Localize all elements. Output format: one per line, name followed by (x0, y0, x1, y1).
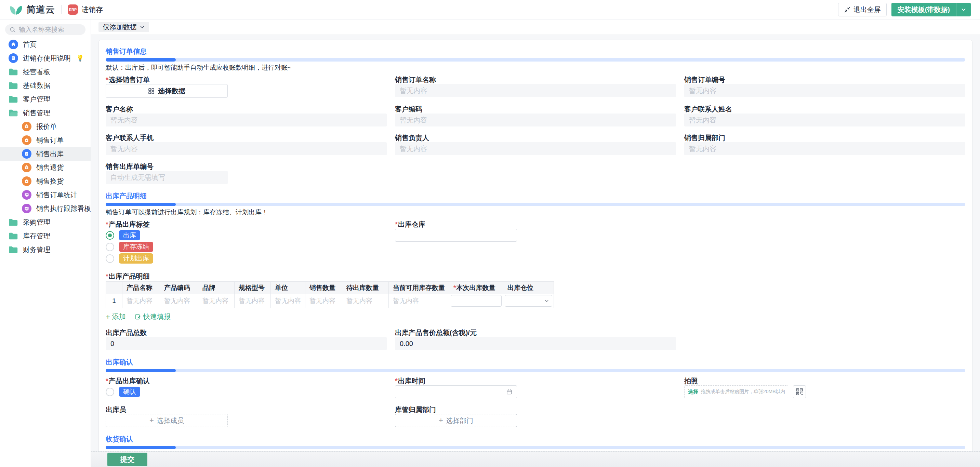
outbound-time-input[interactable] (395, 385, 517, 398)
cell-product-code: 暂无内容 (160, 294, 198, 308)
search-placeholder: 输入名称来搜索 (19, 25, 64, 34)
section-order-info: 销售订单信息 默认：出库后，即可智能助手自动生成应收账款明细，进行对账~ 选择销… (106, 48, 965, 184)
form-card: 销售订单信息 默认：出库后，即可智能助手自动生成应收账款明细，进行对账~ 选择销… (99, 40, 972, 467)
upload-select-label[interactable]: 选择 (688, 389, 698, 395)
exit-fullscreen-button[interactable]: 退出全屏 (838, 3, 887, 16)
document-icon (22, 149, 32, 159)
select-member-button[interactable]: + 选择成员 (106, 414, 228, 427)
sidebar-item-order-stats[interactable]: 销售订单统计 (0, 188, 91, 202)
folder-icon (8, 218, 18, 226)
form-footer: 提交 (91, 451, 980, 467)
photo-upload-dropzone[interactable]: 选择 拖拽或单击后粘贴图片，单张20MB以内 (684, 385, 788, 398)
sidebar-item-base-data[interactable]: 基础数据 (0, 79, 91, 92)
app-logo[interactable]: 简道云 (9, 3, 55, 16)
divider (61, 5, 62, 14)
upload-hint: 拖拽或单击后粘贴图片，单张20MB以内 (701, 389, 786, 395)
radio-checked-icon[interactable] (106, 231, 114, 240)
sidebar-menu: 首页 进销存使用说明 💡 经营看板 基础数据 客户管理 销售管理 (0, 38, 91, 256)
install-template-label[interactable]: 安装模板(带数据) (891, 3, 956, 16)
form-content: 销售订单信息 默认：出库后，即可智能助手自动生成应收账款明细，进行对账~ 选择销… (91, 35, 980, 467)
sidebar-item-sales-exchange[interactable]: 销售换货 (0, 174, 91, 188)
sidebar-item-purchase-mgmt[interactable]: 采购管理 (0, 215, 91, 229)
document-icon (8, 53, 18, 63)
folder-icon (8, 95, 18, 103)
plus-icon: + (439, 417, 443, 424)
add-row-button[interactable]: + 添加 (106, 312, 126, 321)
sidebar-search-input[interactable]: 输入名称来搜索 (5, 24, 86, 35)
plus-icon: + (150, 417, 154, 424)
warehouse-slot-select[interactable] (505, 295, 552, 307)
sidebar-item-sales-mgmt[interactable]: 销售管理 (0, 106, 91, 120)
radio-unchecked-icon[interactable] (106, 243, 114, 251)
section-progress-bar (106, 369, 965, 372)
sidebar-item-exec-tracking-dashboard[interactable]: 销售执行跟踪看板 (0, 202, 91, 215)
section-title: 出库产品明细 (106, 192, 965, 200)
submit-button[interactable]: 提交 (107, 453, 147, 466)
radio-option-outbound[interactable]: 出库 (106, 230, 387, 240)
field-select-order: 选择销售订单 选择数据 (106, 76, 387, 98)
warehouse-input[interactable] (395, 229, 517, 242)
section-description: 销售订单可以提前进行出库规划：库存冻结、计划出库！ (106, 209, 965, 216)
clipboard-icon (22, 122, 32, 131)
customer-name-input: 暂无内容 (106, 113, 387, 127)
install-template-button[interactable]: 安装模板(带数据) (891, 3, 971, 16)
sidebar-item-sales-order[interactable]: 销售订单 (0, 133, 91, 147)
field-outbound-time: 出库时间 (395, 377, 676, 398)
radio-option-stock-freeze[interactable]: 库存冻结 (106, 242, 387, 252)
qr-scan-button[interactable] (793, 385, 806, 398)
select-data-button[interactable]: 选择数据 (106, 84, 228, 98)
customer-code-input: 暂无内容 (395, 113, 676, 127)
quick-fill-button[interactable]: 快速填报 (135, 312, 171, 321)
sidebar-item-quotation[interactable]: 报价单 (0, 120, 91, 133)
total-amount-input: 0.00 (395, 337, 676, 350)
field-warehouse: 出库仓库 (395, 221, 676, 265)
sidebar-item-sales-return[interactable]: 销售退货 (0, 161, 91, 174)
sidebar-item-finance-mgmt[interactable]: 财务管理 (0, 243, 91, 256)
sidebar-item-customer-mgmt[interactable]: 客户管理 (0, 92, 91, 106)
section-progress-bar (106, 446, 965, 449)
top-bar: 简道云 ERP 进销存 退出全屏 安装模板(带数据) (0, 0, 980, 19)
field-sales-owner: 销售负责人 暂无内容 (395, 134, 676, 155)
outbound-no-input: 自动生成无需填写 (106, 171, 228, 184)
field-warehouse-dept: 库管归属部门 + 选择部门 (395, 406, 676, 427)
radio-unchecked-icon[interactable] (106, 388, 114, 396)
radio-unchecked-icon[interactable] (106, 254, 114, 263)
sales-owner-input: 暂无内容 (395, 142, 676, 155)
sidebar-item-usage-guide[interactable]: 进销存使用说明 💡 (0, 51, 91, 65)
order-no-input: 暂无内容 (684, 84, 965, 97)
radio-option-planned-outbound[interactable]: 计划出库 (106, 253, 387, 264)
select-data-icon (148, 88, 154, 94)
contact-name-input: 暂无内容 (684, 113, 965, 127)
clipboard-icon (22, 135, 32, 145)
app-name: 进销存 (81, 5, 103, 14)
cell-pending-qty: 暂无内容 (342, 294, 389, 308)
field-total-count: 出库产品总数 0 (106, 329, 387, 350)
section-title: 收货确认 (106, 435, 965, 443)
table-row: 1 暂无内容 暂无内容 暂无内容 暂无内容 暂无内容 暂无内容 暂无内容 暂无内… (106, 294, 554, 308)
add-data-mode-button[interactable]: 仅添加数据 (99, 22, 149, 32)
section-progress-bar (106, 203, 965, 206)
field-order-name: 销售订单名称 暂无内容 (395, 76, 676, 98)
tag-confirm: 确认 (119, 387, 140, 397)
install-dropdown-caret[interactable] (956, 3, 971, 16)
sidebar-item-inventory-mgmt[interactable]: 库存管理 (0, 229, 91, 243)
product-detail-table: 产品名称 产品编码 品牌 规格型号 单位 销售数量 待出库数量 当前可用库存数量… (106, 281, 554, 308)
sidebar-item-home[interactable]: 首页 (0, 38, 91, 51)
field-total-amount: 出库产品售价总额(含税)/元 0.00 (395, 329, 676, 350)
field-outbound-no: 销售出库单编号 自动生成无需填写 (106, 163, 387, 184)
cell-available-stock: 暂无内容 (389, 294, 449, 308)
field-photo: 拍照 选择 拖拽或单击后粘贴图片，单张20MB以内 (684, 377, 965, 398)
select-department-button[interactable]: + 选择部门 (395, 414, 517, 427)
plus-icon: + (106, 313, 110, 320)
chevron-down-icon (140, 24, 145, 30)
section-progress-bar (106, 58, 965, 62)
search-icon (9, 26, 16, 33)
exit-fullscreen-label: 退出全屏 (853, 5, 881, 14)
folder-icon (8, 232, 18, 240)
sidebar-item-business-dashboard[interactable]: 经营看板 (0, 65, 91, 79)
quick-fill-icon (135, 313, 141, 320)
sidebar: 输入名称来搜索 首页 进销存使用说明 💡 经营看板 基础数据 客 (0, 19, 91, 467)
outbound-qty-input[interactable] (451, 295, 502, 307)
radio-option-confirm[interactable]: 确认 (106, 387, 387, 397)
sidebar-item-sales-outbound[interactable]: 销售出库 (0, 147, 91, 161)
